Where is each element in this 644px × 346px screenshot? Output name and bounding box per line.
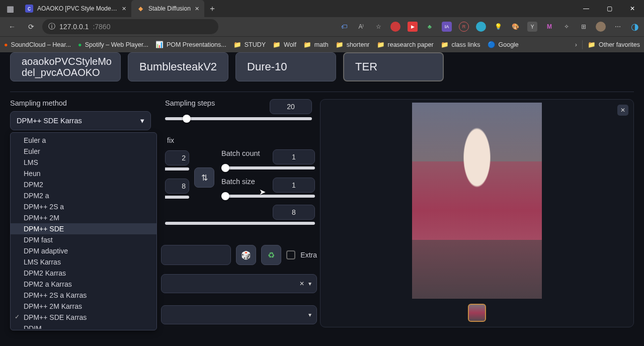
sampler-option[interactable]: DPM2 (11, 179, 156, 190)
ext-teal-icon[interactable] (476, 22, 486, 32)
more-icon[interactable]: ⋯ (613, 22, 623, 32)
recycle-button[interactable]: ♻ (261, 245, 281, 265)
height-slider-partial[interactable] (165, 196, 189, 199)
ext-y-icon[interactable]: Y (527, 22, 537, 32)
url-input[interactable]: ⓘ 127.0.0.1:7860 (42, 19, 218, 34)
bookmark-shortenr[interactable]: 📁shortenr (336, 41, 370, 48)
ext-bulb-icon[interactable]: 💡 (493, 22, 503, 32)
bookmark-soundcloud[interactable]: ●SoundCloud – Hear... (4, 41, 71, 48)
dice-button[interactable]: 🎲 (236, 245, 256, 265)
close-window-button[interactable]: ✕ (621, 0, 644, 17)
bookmarks-bar: ●SoundCloud – Hear... ●Spotify – Web Pla… (0, 36, 644, 52)
ext-red-circle-icon[interactable] (390, 22, 400, 32)
site-info-icon[interactable]: ⓘ (48, 22, 55, 31)
ext-green-icon[interactable]: ♣ (425, 22, 435, 32)
sampler-option[interactable]: Euler a (11, 135, 156, 146)
swap-dimensions-button[interactable]: ⇅ (194, 167, 214, 188)
close-icon[interactable]: ✕ (122, 6, 126, 12)
favorites-icon[interactable]: ✧ (561, 22, 572, 32)
sampler-option[interactable]: DPM fast (11, 234, 156, 245)
sampler-option[interactable]: DPM++ SDE (11, 223, 156, 234)
sampler-option[interactable]: LMS (11, 157, 156, 168)
script-select-2[interactable]: ▾ (161, 305, 317, 324)
url-port: :7860 (93, 23, 110, 31)
read-aloud-icon[interactable]: A⁾ (356, 22, 366, 32)
sampler-option[interactable]: DPM2 Karras (11, 268, 156, 279)
bookmark-wolf[interactable]: 📁Wolf (273, 41, 296, 48)
sampling-method-select[interactable]: DPM++ SDE Karras ▾ (10, 111, 151, 130)
width-slider-partial[interactable] (165, 167, 189, 170)
minimize-button[interactable]: — (575, 0, 598, 17)
cfg-slider[interactable] (165, 222, 315, 225)
tab-stable-diffusion[interactable]: ◆ Stable Diffusion ✕ (131, 0, 204, 17)
sampling-steps-slider[interactable] (165, 117, 312, 120)
chip-line: aoaokoPVCStyleMo (22, 56, 112, 67)
select-value: DPM++ SDE Karras (17, 117, 82, 125)
bing-chat-icon[interactable]: ◑ (630, 22, 640, 32)
bookmark-google[interactable]: 🔵Google (488, 41, 519, 48)
back-button[interactable]: ← (4, 19, 20, 35)
sampling-steps-value[interactable]: 20 (270, 99, 312, 114)
bookmark-spotify[interactable]: ●Spotify – Web Player... (78, 41, 148, 48)
sampler-option[interactable]: DPM++ 2M (11, 212, 156, 223)
script-select-1[interactable]: ✕ ▾ (161, 274, 317, 293)
clear-icon[interactable]: ✕ (299, 280, 304, 287)
ext-m-icon[interactable]: M (544, 22, 554, 32)
batch-size-label: Batch size (221, 178, 273, 186)
sampler-option[interactable]: DPM++ SDE Karras (11, 312, 156, 323)
width-value-partial[interactable]: 2 (165, 150, 189, 165)
batch-size-value[interactable]: 1 (273, 178, 315, 193)
ext-ia-icon[interactable]: IA (442, 22, 452, 32)
address-bar: ← ⟳ ⓘ 127.0.0.1:7860 🏷 A⁾ ☆ ▶ ♣ IA R 💡 🎨… (0, 17, 644, 36)
collections-icon[interactable]: ⊞ (579, 22, 589, 32)
tab-aoaoko[interactable]: c AOAOKO [PVC Style Model] - PV ✕ (20, 0, 131, 17)
close-icon[interactable]: ✕ (195, 6, 199, 12)
batch-count-slider[interactable] (221, 166, 315, 169)
favorite-icon[interactable]: ☆ (373, 22, 383, 32)
seed-input[interactable] (161, 245, 231, 265)
style-chip-aoaoko[interactable]: aoaokoPVCStyleMo del_pvcAOAOKO (10, 52, 121, 81)
style-chip-bumblesteak[interactable]: BumblesteakV2 (128, 52, 228, 81)
bookmark-class-links[interactable]: 📁class links (441, 41, 480, 48)
style-chip-ter[interactable]: TER (343, 52, 444, 81)
tab-overview-icon[interactable]: ▦ (0, 4, 20, 14)
thumbnail[interactable] (468, 304, 486, 322)
chevron-down-icon: ▾ (308, 280, 311, 287)
bookmark-study[interactable]: 📁STUDY (233, 41, 266, 48)
close-icon[interactable]: ✕ (617, 105, 628, 116)
extension-icons: 🏷 A⁾ ☆ ▶ ♣ IA R 💡 🎨 Y M ✧ ⊞ ⋯ ◑ (339, 22, 640, 32)
maximize-button[interactable]: ▢ (598, 0, 621, 17)
new-tab-button[interactable]: ＋ (204, 4, 220, 14)
sampler-option[interactable]: DDIM (11, 323, 156, 329)
ext-yt-icon[interactable]: ▶ (408, 22, 418, 32)
batch-size-slider[interactable] (221, 195, 315, 198)
other-favorites[interactable]: 📁Other favorites (588, 41, 640, 48)
sampler-option[interactable]: LMS Karras (11, 256, 156, 268)
ext-rd-icon[interactable]: R (459, 22, 469, 32)
bookmark-reasearch[interactable]: 📁reasearch paper (377, 41, 434, 48)
refresh-button[interactable]: ⟳ (23, 19, 39, 35)
style-chip-dure[interactable]: Dure-10 (235, 52, 336, 81)
chevron-down-icon: ▾ (308, 311, 311, 318)
ext-palette-icon[interactable]: 🎨 (510, 22, 520, 32)
tag-icon[interactable]: 🏷 (339, 22, 349, 32)
sampler-option[interactable]: DPM adaptive (11, 245, 156, 256)
chevron-right-icon[interactable]: › (575, 41, 577, 48)
bookmark-pom[interactable]: 📊POM Presentations... (155, 41, 226, 48)
sampler-option[interactable]: Euler (11, 146, 156, 157)
bookmark-math[interactable]: 📁math (303, 41, 329, 48)
sampler-option[interactable]: DPM++ 2M Karras (11, 301, 156, 312)
cfg-value[interactable]: 8 (273, 205, 315, 220)
sampler-option[interactable]: DPM++ 2S a (11, 201, 156, 212)
sampler-option[interactable]: DPM2 a Karras (11, 279, 156, 290)
dropdown-scroll[interactable]: Euler aEulerLMSHeunDPM2DPM2 aDPM++ 2S aD… (11, 135, 156, 329)
sampler-option[interactable]: Heun (11, 168, 156, 179)
profile-avatar[interactable] (596, 22, 606, 32)
height-value-partial[interactable]: 8 (165, 179, 189, 194)
chip-label: Dure-10 (247, 60, 287, 73)
batch-count-value[interactable]: 1 (273, 149, 315, 164)
sampler-option[interactable]: DPM++ 2S a Karras (11, 290, 156, 301)
sampler-option[interactable]: DPM2 a (11, 190, 156, 201)
extra-checkbox[interactable] (286, 250, 295, 260)
generated-image[interactable] (412, 103, 542, 299)
